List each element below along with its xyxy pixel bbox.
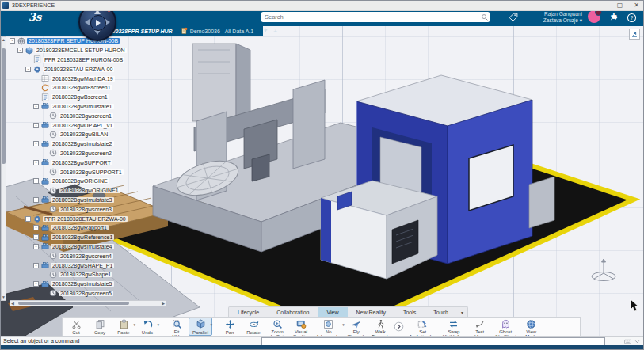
dropdown-caret-icon[interactable]: ▾ [210, 322, 212, 327]
toolbar-button-pan[interactable]: Pan [218, 318, 242, 336]
vertical-scroll-thumb[interactable] [2, 48, 6, 164]
horizontal-scroll-thumb[interactable] [18, 302, 129, 305]
tree-item-20180328gwsimulstate4[interactable]: -20180328gwsimulstate4 [10, 242, 128, 252]
toolbar-button-walk-through[interactable]: WalkThrough [368, 318, 392, 336]
tree-expander-icon[interactable]: - [17, 48, 23, 53]
zoom-icon [272, 319, 283, 329]
tree-item-20180328gwshape1[interactable]: 20180328gwShape1 [10, 270, 128, 280]
tree-item-label: 20180328gwORIGINE1 [59, 188, 120, 193]
tree-item-20180328gwdbscreen1[interactable]: 20180328gwdBscreen1 [10, 83, 128, 93]
user-org[interactable]: Zastava Oruzje ▾ [543, 17, 582, 24]
tree-expander-icon[interactable]: - [33, 244, 39, 249]
maximize-button[interactable]: ▢ [617, 0, 623, 10]
compass-south-icon[interactable] [94, 30, 101, 38]
scroll-left-icon[interactable]: ◀ [11, 301, 14, 306]
share-icon[interactable] [608, 11, 620, 24]
tree-expander-icon[interactable]: - [33, 197, 39, 203]
tree-expander-icon[interactable]: - [25, 216, 31, 222]
toolbar-button-parallel[interactable]: Parallel▾ [189, 318, 212, 336]
toolbar-button-visual-qualit[interactable]: VisualQualit... [289, 318, 313, 336]
keyboard-icon[interactable] [623, 337, 631, 345]
compass-east-icon[interactable] [105, 19, 113, 25]
toolbar-button-no-advanced[interactable]: NoAdvanced...▾ [313, 318, 345, 336]
tree-expander-icon[interactable]: - [33, 281, 39, 287]
tree-item-20180328gworigine[interactable]: -20180328gwORIGINE [10, 177, 128, 186]
doc-tab-demo30036-all-data-a-1[interactable]: Demo30036 - All Data A.1 [181, 24, 254, 38]
3ds-logo[interactable]: 3s [29, 11, 41, 23]
tree-item-20180328gwscreen4[interactable]: 20180328gwscreen4 [10, 251, 128, 261]
toolbar-button-zoom-in-out[interactable]: ZoomIn Out [265, 318, 289, 336]
tree-expander-icon[interactable]: - [33, 123, 39, 128]
minimize-button[interactable]: – [602, 0, 605, 10]
tag-icon[interactable] [507, 11, 520, 24]
tree-item-label: 20180328gwSHAPE_P1 [51, 263, 114, 268]
tree-horizontal-scrollbar[interactable]: ◀ ▶ [10, 300, 166, 306]
user-name: Rajan Gangwani [543, 11, 582, 17]
tree-expander-icon[interactable]: - [33, 160, 39, 165]
tree-item-20180328gwsupport[interactable]: -20180328gwSUPPORT [10, 158, 128, 167]
tree-expander-icon[interactable]: - [33, 225, 39, 230]
new-tab-button[interactable]: + [273, 28, 277, 35]
toolbar-button-view-mode[interactable]: ViewMode [520, 318, 543, 336]
tree-item-20180328gwscreen3[interactable]: 20180328gwscreen3 [10, 204, 128, 214]
tree-item-20180328gwop-apl-v1[interactable]: -20180328gwOP APL_v1 [10, 120, 128, 130]
scroll-right-icon[interactable]: ▶ [162, 301, 165, 306]
toolbar-button-set-as-active-l[interactable]: SetAs Active L... [406, 318, 440, 336]
toolbar-button-undo[interactable]: Undo▾ [135, 318, 159, 336]
tree-item-20180328gwreference1[interactable]: -20180328gwReference1 [10, 233, 128, 242]
user-info[interactable]: Rajan Gangwani Zastava Oruzje ▾ [543, 11, 582, 24]
search-icon[interactable] [479, 12, 490, 22]
tree-item-20180328gwshape-p1[interactable]: -20180328gwSHAPE_P1 [10, 261, 128, 270]
scroll-up-icon[interactable]: ▲ [2, 37, 6, 43]
toolbar-button-test-view[interactable]: TestView [468, 318, 492, 336]
tree-item-ppr-20180328etau-erzwa-00[interactable]: -PPR 20180328ETAU ERZWA-00 [10, 214, 128, 223]
pin-icon[interactable] [261, 27, 269, 36]
avatar[interactable] [588, 10, 600, 23]
toolbar-button-rotate[interactable]: Rotate [242, 318, 265, 336]
close-button[interactable]: ✕ [634, 0, 639, 10]
tree-item-20180328gwsimulstate1[interactable]: -20180328gwsimulstate1 [10, 102, 128, 112]
tree-item-20180328gwrapport1[interactable]: -20180328gwRapport1 [10, 223, 128, 233]
tree-item-20180328gwsimulstate5[interactable]: -20180328gwsimulstate5 [10, 280, 128, 289]
search-input[interactable] [261, 13, 479, 21]
tree-item-20180328emcell-setup-huron[interactable]: -20180328EMCELL SETUP HURON [10, 46, 128, 55]
toolbar-button-fit-all-in[interactable]: FitAll In [165, 318, 189, 336]
tree-expander-icon[interactable]: - [33, 234, 39, 240]
tree-item-20180328gwscreen1[interactable]: 20180328gwscreen1 [10, 111, 128, 120]
toolbar-button-fly-through[interactable]: FlyThrough [345, 318, 368, 336]
toolbar-button-ghost-no-ghost[interactable]: Ghost/No Ghost [492, 318, 520, 336]
tree-item-20180328gwmachda-19[interactable]: 20180328gwMachDA.19 [10, 74, 128, 83]
expand-viewport-icon[interactable] [629, 29, 640, 40]
tree-expander-icon[interactable]: - [33, 178, 39, 184]
tree-expander-icon[interactable]: - [33, 141, 39, 146]
cell-icon [25, 46, 33, 55]
toolbar-button-cut[interactable]: Cut [64, 318, 88, 336]
global-search[interactable] [261, 12, 490, 22]
toolbar-button-swap-visible-l[interactable]: SwapVisible/L... [440, 318, 468, 336]
compass-play-button[interactable] [90, 15, 106, 31]
scroll-down-icon[interactable]: ▼ [2, 295, 6, 300]
help-icon[interactable]: ? [625, 11, 638, 24]
tree-vertical-scrollbar[interactable]: ▲ ▼ [1, 36, 6, 301]
tree-item-ppr-20180328ep-huron-00b[interactable]: PPR 20180328EP HURON-00B [10, 55, 128, 65]
tree-item-20180328gworigine1[interactable]: 20180328gwORIGINE1 [10, 186, 128, 196]
tree-item-20180328gwsimulstate3[interactable]: -20180328gwsimulstate3 [10, 196, 128, 205]
tree-expander-icon[interactable]: - [33, 104, 39, 109]
tree-item-20180328etau-erzwa-00[interactable]: -20180328ETAU ERZWA-00 [10, 64, 128, 74]
tree-expander-icon[interactable]: - [10, 38, 15, 44]
toolbar-button-label: Undo [142, 330, 153, 335]
tree-expander-icon[interactable]: - [33, 263, 39, 268]
tree-item-20180328gwsupport1[interactable]: 20180328gwSUPPORT1 [10, 167, 128, 177]
tree-item-20180328gwscreen5[interactable]: 20180328gwscreen5 [10, 289, 128, 299]
toolbar-button-copy[interactable]: Copy [88, 318, 112, 336]
tree-item-20180328gwsimulstate2[interactable]: -20180328gwsimulstate2 [10, 139, 128, 149]
toolbar-button-paste[interactable]: Paste▾ [112, 318, 135, 336]
tree-item-20180328gwbilan[interactable]: 20180328gwBILAN [10, 130, 128, 139]
tree-expander-icon[interactable]: - [25, 67, 31, 72]
dropdown-caret-icon[interactable]: ▾ [157, 322, 159, 327]
compass-west-icon[interactable] [82, 19, 90, 25]
tree-item-20180328gwscreen2[interactable]: 20180328gwscreen2 [10, 149, 128, 158]
toolbar-expand-chevron[interactable] [392, 318, 406, 336]
tree-item-20180328gwbscreen1[interactable]: 20180328gwBscreen1 [10, 93, 128, 102]
chevron-down-icon[interactable] [633, 337, 641, 345]
